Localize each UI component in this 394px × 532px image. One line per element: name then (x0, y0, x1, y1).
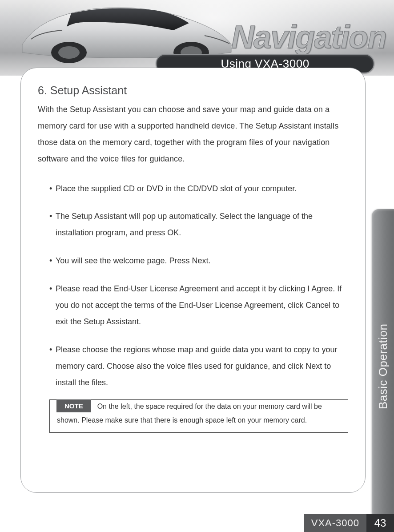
navigation-wordmark: Navigation (231, 19, 386, 55)
list-item: You will see the welcome page. Press Nex… (49, 253, 348, 269)
note-box: NOTEOn the left, the space required for … (49, 399, 348, 433)
note-text: On the left, the space required for the … (57, 403, 322, 423)
page-footer: VXA-3000 43 (304, 514, 394, 532)
svg-point-1 (58, 46, 80, 59)
side-tab-label: Basic Operation (376, 324, 390, 409)
bullet-list: Place the supplied CD or DVD in the CD/D… (38, 181, 348, 391)
list-item: Please choose the regions whose map and … (49, 342, 348, 391)
list-item: Place the supplied CD or DVD in the CD/D… (49, 181, 348, 197)
list-item: Please read the End-User License Agreeme… (49, 281, 348, 330)
footer-page-number: 43 (366, 514, 394, 532)
footer-model: VXA-3000 (304, 514, 366, 532)
note-badge: NOTE (56, 399, 91, 412)
side-tab: Basic Operation (372, 209, 394, 529)
content-panel: 6. Setup Assistant With the Setup Assist… (20, 68, 366, 493)
list-item: The Setup Assistant will pop up automati… (49, 208, 348, 241)
intro-paragraph: With the Setup Assistant you can choose … (38, 101, 348, 167)
section-heading: 6. Setup Assistant (38, 84, 348, 97)
